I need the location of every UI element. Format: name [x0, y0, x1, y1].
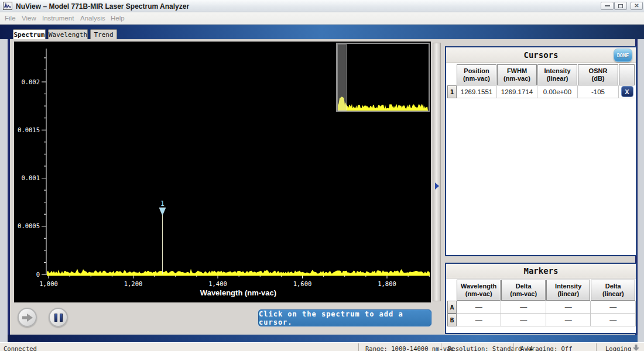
panel-splitter[interactable]: [433, 43, 441, 301]
markers-panel: Markers Wavelength(nm-vac) Delta(nm-vac)…: [445, 263, 637, 334]
col-intensity-linear: Intensity(linear): [546, 280, 591, 301]
col-delta-nm: Delta(nm-vac): [501, 280, 546, 301]
delete-cursor-button[interactable]: X: [621, 86, 633, 97]
marker-b-intensity: —: [546, 314, 591, 326]
cursor-fwhm-value: 1269.1714: [497, 85, 537, 98]
marker-a-delta-nm: —: [501, 301, 546, 314]
close-button[interactable]: ✕: [631, 2, 643, 10]
expand-right-icon: [435, 183, 439, 190]
y-tick-label: 0.0005: [18, 222, 40, 229]
marker-b-wavelength: —: [457, 314, 502, 326]
pause-sweep-button[interactable]: [49, 308, 68, 327]
cursor-osnr-value: -105: [578, 85, 619, 98]
col-wavelength: Wavelength(nm-vac): [457, 280, 501, 301]
start-sweep-button[interactable]: [18, 308, 37, 327]
status-averaging: Averaging: Off: [520, 345, 573, 351]
status-connection: Connected: [4, 345, 37, 351]
cursors-panel: Cursors DONE Position(nm-vac) FWHM(nm-va…: [445, 46, 637, 256]
pause-icon: [54, 314, 63, 322]
cursor-row-1: 1 1269.1551 1269.1714 0.00e+00 -105 X: [447, 85, 636, 98]
marker-a-label: A: [447, 301, 457, 314]
maximize-button[interactable]: [614, 2, 627, 10]
x-tick-label: 1,000: [39, 280, 58, 287]
x-tick-label: 1,400: [208, 280, 227, 287]
hint-banner: Click on the spectrum to add a cursor.: [258, 309, 431, 326]
app-logo-icon: [3, 2, 12, 10]
x-tick-label: 1,200: [124, 280, 143, 287]
maximize-icon: [618, 4, 623, 8]
done-button[interactable]: DONE: [614, 49, 632, 62]
marker-b-delta-linear: —: [591, 314, 636, 326]
tab-spectrum[interactable]: Spectrum: [13, 29, 46, 39]
col-delta-linear: Delta(linear): [591, 280, 635, 301]
y-tick-label: 0.0015: [18, 126, 40, 133]
markers-panel-header: Markers: [446, 264, 636, 278]
x-tick-label: 1,600: [293, 280, 312, 287]
markers-panel-title: Markers: [523, 266, 558, 276]
cursor-intensity-value: 0.00e+00: [537, 85, 578, 98]
cursor-triangle-icon: [159, 208, 166, 215]
spectrum-chart[interactable]: 00.00050.0010.00150.0021,0001,2001,4001,…: [14, 42, 431, 302]
spectrum-trace: [47, 269, 430, 276]
play-arrow-icon: [22, 314, 33, 322]
col-intensity: Intensity(linear): [537, 64, 577, 85]
cursors-table-header: Position(nm-vac) FWHM(nm-vac) Intensity(…: [447, 64, 636, 85]
marker-b-delta-nm: —: [501, 314, 546, 326]
col-fwhm: FWHM(nm-vac): [497, 64, 537, 85]
minimize-icon: [605, 5, 610, 6]
header-band: Spectrum Wavelength Trend: [0, 25, 644, 39]
menu-view[interactable]: View: [22, 15, 36, 22]
menu-bar: File View Instrument Analysis Help: [0, 12, 644, 25]
overview-inset: [337, 43, 429, 111]
cursors-panel-title: Cursors: [523, 50, 558, 60]
status-bar: Connected Range: 1000-14000 nm-vac Resol…: [0, 342, 644, 351]
minimize-button[interactable]: [601, 2, 614, 10]
cursor-number-label: 1: [160, 199, 165, 208]
menu-file[interactable]: File: [5, 15, 16, 22]
marker-a-intensity: —: [546, 301, 591, 314]
tab-trend[interactable]: Trend: [90, 29, 117, 39]
cursors-panel-header: Cursors DONE: [446, 47, 636, 63]
overview-view-window: [338, 44, 347, 111]
col-osnr: OSNR(dB): [578, 64, 618, 85]
x-tick-label: 1,800: [378, 280, 396, 287]
marker-row-a: A — — — —: [447, 301, 636, 314]
marker-a-delta-linear: —: [591, 301, 636, 314]
marker-row-b: B — — — —: [447, 314, 636, 326]
y-tick-label: 0.001: [21, 174, 40, 181]
markers-table-header: Wavelength(nm-vac) Delta(nm-vac) Intensi…: [447, 280, 636, 301]
menu-instrument[interactable]: Instrument: [42, 15, 74, 22]
bottom-band: [8, 335, 638, 342]
x-axis-label: Wavelength (nm-vac): [200, 288, 276, 297]
cursor-position-value: 1269.1551: [457, 85, 497, 98]
marker-b-label: B: [447, 314, 457, 326]
menu-help[interactable]: Help: [111, 15, 125, 22]
col-actions: [619, 64, 635, 85]
logging-download-icon[interactable]: [632, 345, 640, 351]
close-icon: ✕: [634, 3, 639, 9]
status-logging: Logging: [605, 345, 631, 351]
title-bar: NuView – Model 771B-MIR Laser Spectrum A…: [0, 0, 644, 12]
menu-analysis[interactable]: Analysis: [80, 15, 105, 22]
marker-a-wavelength: —: [457, 301, 502, 314]
tab-wavelength[interactable]: Wavelength: [48, 29, 88, 39]
cursor-row-number: 1: [447, 85, 457, 98]
y-tick-label: 0.002: [21, 78, 40, 85]
col-position: Position(nm-vac): [457, 64, 496, 85]
window-title: NuView – Model 771B-MIR Laser Spectrum A…: [16, 2, 189, 11]
y-tick-label: 0: [36, 271, 40, 278]
